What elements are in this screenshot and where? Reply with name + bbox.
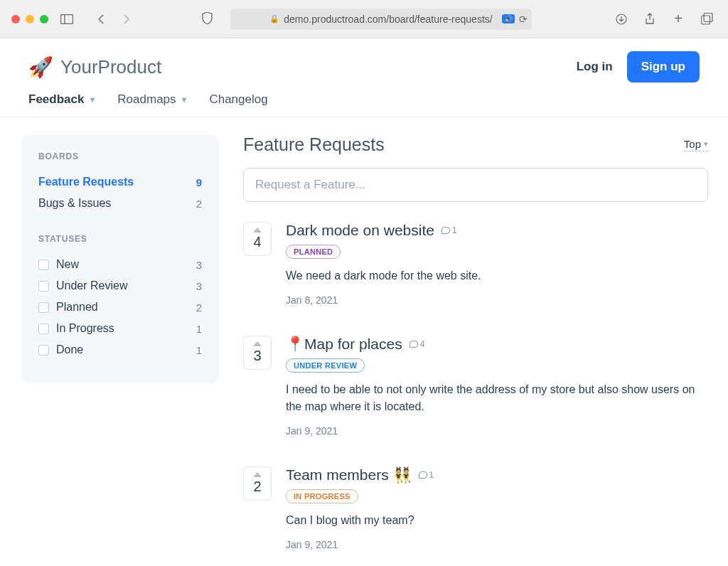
status-badge: IN PROGRESS [286,489,358,503]
shield-icon[interactable] [202,12,213,26]
traffic-lights [11,15,48,23]
lock-icon: 🔒 [269,14,279,23]
audio-icon[interactable]: 🔊 [502,14,515,23]
post-description: Can I blog with my team? [286,512,708,529]
status-filter-done[interactable]: Done 1 [38,339,202,361]
svg-rect-3 [704,14,712,22]
status-filter-under-review[interactable]: Under Review 3 [38,275,202,297]
status-count: 3 [196,259,202,271]
app-header: 🚀 YourProduct Log in Sign up [0,38,728,82]
vote-count: 4 [253,234,261,250]
nav-tab-feedback[interactable]: Feedback ▼ [28,92,96,107]
upvote-icon [253,472,262,477]
rocket-icon: 🚀 [28,55,53,79]
chevron-down-icon: ▾ [704,139,708,149]
url-bar[interactable]: 🔒 demo.productroad.com/board/feature-req… [230,9,532,30]
nav-tabs: Feedback ▼ Roadmaps ▼ Changelog [0,82,728,117]
post-title[interactable]: 📍Map for places [286,336,402,353]
minimize-window-icon[interactable] [26,15,34,23]
browser-chrome: 🔒 demo.productroad.com/board/feature-req… [0,0,728,38]
sidebar-item-label: Bugs & Issues [38,197,111,210]
statuses-section-title: STATUSES [38,234,202,244]
vote-count: 3 [253,348,261,364]
vote-count: 2 [253,479,261,495]
status-count: 3 [196,280,202,292]
request-feature-input[interactable] [243,168,708,202]
tabs-icon[interactable] [697,11,717,28]
share-icon[interactable] [640,11,660,28]
upvote-icon [253,341,262,346]
status-label: Done [56,343,83,356]
post-description: We need a dark mode for the web site. [286,267,708,284]
back-icon[interactable] [91,11,111,28]
vote-button[interactable]: 2 [243,466,272,501]
post-description: I need to be able to not only write the … [286,381,708,415]
nav-tab-label: Changelog [209,92,267,107]
status-label: Under Review [56,279,127,292]
post-date: Jan 9, 2021 [286,425,708,437]
url-text: demo.productroad.com/board/feature-reque… [284,14,492,25]
sidebar: BOARDS Feature Requests 9 Bugs & Issues … [21,134,219,383]
status-label: Planned [56,301,98,314]
checkbox-icon[interactable] [38,345,49,356]
page-title: Feature Requests [243,134,385,155]
chevron-down-icon: ▼ [181,95,188,104]
nav-tab-label: Roadmaps [117,92,176,107]
signup-button[interactable]: Sign up [627,51,700,82]
sidebar-item-label: Feature Requests [38,176,134,188]
status-count: 1 [196,344,202,356]
sidebar-item-count: 9 [196,176,202,188]
close-window-icon[interactable] [11,15,20,23]
chevron-down-icon: ▼ [88,95,96,104]
sort-dropdown[interactable]: Top ▾ [684,138,708,151]
post-date: Jan 9, 2021 [286,539,708,550]
sidebar-item-count: 2 [196,198,202,210]
new-tab-icon[interactable]: + [668,11,688,28]
comment-count[interactable]: 1 [419,470,434,480]
product-name: YourProduct [60,56,161,78]
login-link[interactable]: Log in [577,60,613,74]
sidebar-board-bugs-issues[interactable]: Bugs & Issues 2 [38,193,202,214]
svg-rect-0 [61,14,73,23]
boards-section-title: BOARDS [38,151,202,161]
post-date: Jan 8, 2021 [286,294,708,306]
status-count: 1 [196,323,202,335]
svg-rect-4 [701,16,710,24]
status-label: New [56,258,79,271]
sidebar-board-feature-requests[interactable]: Feature Requests 9 [38,171,202,193]
status-badge: UNDER REVIEW [286,358,365,373]
status-label: In Progress [56,322,114,335]
post-item: 3 📍Map for places 4 UNDER REVIEW I need … [243,336,708,437]
sort-label: Top [684,138,701,150]
status-badge: PLANNED [286,245,341,259]
checkbox-icon[interactable] [38,260,49,270]
post-title[interactable]: Dark mode on website [286,222,434,239]
post-item: 4 Dark mode on website 1 PLANNED We need… [243,222,708,306]
status-filter-new[interactable]: New 3 [38,254,202,275]
status-filter-planned[interactable]: Planned 2 [38,297,202,318]
nav-tab-label: Feedback [28,92,84,107]
status-count: 2 [196,301,202,314]
upvote-icon [253,228,262,233]
vote-button[interactable]: 4 [243,222,272,256]
logo-area[interactable]: 🚀 YourProduct [28,55,161,79]
checkbox-icon[interactable] [38,324,49,334]
reload-icon[interactable]: ⟳ [519,14,528,25]
sidebar-toggle-icon[interactable] [57,11,77,28]
comment-icon [441,227,450,234]
vote-button[interactable]: 3 [243,336,272,370]
nav-tab-roadmaps[interactable]: Roadmaps ▼ [117,92,188,107]
post-item: 2 Team members 👯 1 IN PROGRESS Can I blo… [243,466,708,550]
checkbox-icon[interactable] [38,281,49,292]
comment-count[interactable]: 1 [441,225,457,235]
comment-icon [419,471,427,479]
post-title[interactable]: Team members 👯 [286,466,412,484]
nav-tab-changelog[interactable]: Changelog [209,92,267,107]
status-filter-in-progress[interactable]: In Progress 1 [38,318,202,339]
checkbox-icon[interactable] [38,302,49,313]
maximize-window-icon[interactable] [40,15,48,23]
download-icon[interactable] [611,11,631,28]
content-area: Feature Requests Top ▾ 4 Dark mode on we… [243,134,708,566]
comment-count[interactable]: 4 [410,339,425,349]
forward-icon[interactable] [117,11,136,28]
